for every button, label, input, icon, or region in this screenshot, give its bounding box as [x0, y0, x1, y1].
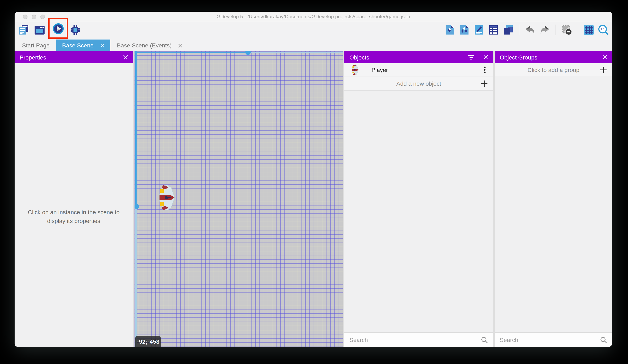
plus-icon[interactable] — [480, 80, 488, 87]
scene-window-icon[interactable] — [34, 24, 45, 36]
window-title: GDevelop 5 - /Users/dkarakay/Documents/G… — [14, 12, 612, 22]
close-properties-button[interactable] — [123, 55, 128, 60]
object-groups-body — [495, 77, 612, 332]
grid-icon[interactable] — [583, 25, 594, 35]
search-icon — [481, 336, 488, 343]
add-new-object-row[interactable]: Add a new object — [344, 77, 493, 91]
properties-header: Properties — [14, 51, 133, 63]
properties-body: Click on an instance in the scene to dis… — [14, 63, 133, 347]
object-groups-title: Object Groups — [500, 54, 538, 61]
panel-divider[interactable] — [343, 51, 344, 347]
filter-objects-icon[interactable] — [468, 55, 474, 60]
scene-toolbar-right: 1:1 — [444, 24, 609, 36]
tab-base-scene[interactable]: Base Scene — [56, 40, 110, 51]
objects-header: Objects — [344, 51, 493, 63]
toolbar-separator — [578, 25, 578, 35]
vertical-scrollbar[interactable] — [135, 51, 137, 206]
zoom-1-1-icon[interactable]: 1:1 — [598, 25, 609, 35]
scene-editor-canvas[interactable]: -92;-453 — [135, 51, 343, 347]
title-bar: GDevelop 5 - /Users/dkarakay/Documents/G… — [14, 12, 612, 22]
layers-icon[interactable] — [503, 25, 513, 35]
svg-text:1:1: 1:1 — [600, 27, 605, 31]
vertical-scrollbar-thumb[interactable] — [135, 204, 139, 209]
object-groups-header: Object Groups — [495, 51, 612, 63]
properties-panel: Properties Click on an instance in the s… — [14, 51, 133, 347]
add-object-icon[interactable] — [444, 25, 455, 35]
horizontal-scrollbar-thumb[interactable] — [245, 51, 251, 55]
toolbar-separator — [519, 25, 519, 35]
close-object-groups-button[interactable] — [603, 55, 607, 60]
project-manager-icon[interactable] — [18, 24, 30, 36]
tab-label: Base Scene (Events) — [117, 42, 171, 49]
object-name: Player — [372, 66, 482, 73]
object-row-player[interactable]: Player — [344, 63, 493, 77]
close-tab-icon[interactable] — [178, 43, 182, 48]
close-objects-button[interactable] — [483, 55, 488, 60]
objects-search-input[interactable] — [344, 337, 481, 343]
object-groups-searchbar — [495, 332, 612, 347]
objects-searchbar — [344, 332, 493, 347]
instances-list-icon[interactable] — [488, 25, 499, 35]
horizontal-scrollbar[interactable] — [135, 52, 248, 53]
object-groups-panel: Object Groups Click to add a group — [495, 51, 612, 347]
window-mask-icon[interactable] — [561, 25, 572, 35]
gdevelop-window: GDevelop 5 - /Users/dkarakay/Documents/G… — [14, 12, 612, 347]
objects-body — [344, 91, 493, 332]
undo-icon[interactable] — [525, 25, 536, 35]
add-group-row[interactable]: Click to add a group — [495, 63, 612, 77]
plus-icon[interactable] — [600, 66, 607, 74]
add-object-group-icon[interactable] — [459, 25, 470, 35]
object-groups-search-input[interactable] — [495, 337, 600, 343]
tab-start-page[interactable]: Start Page — [22, 40, 56, 51]
horizontal-scrollbar[interactable] — [248, 52, 343, 53]
cursor-coordinates-label: -92;-453 — [135, 336, 161, 347]
objects-panel: Objects — [344, 51, 493, 347]
objects-title: Objects — [349, 54, 369, 61]
panel-divider[interactable] — [133, 51, 135, 347]
redo-icon[interactable] — [539, 25, 550, 35]
edit-scene-properties-icon[interactable] — [473, 25, 484, 35]
close-tab-icon[interactable] — [100, 43, 104, 48]
screenshot-stage: GDevelop 5 - /Users/dkarakay/Documents/G… — [0, 0, 628, 364]
play-preview-icon[interactable] — [53, 23, 64, 35]
tab-label: Base Scene — [62, 42, 93, 49]
toolbar-separator — [555, 25, 556, 35]
debug-icon[interactable] — [70, 24, 81, 36]
properties-hint: Click on an instance in the scene to dis… — [25, 208, 122, 225]
editor-tabs: Start Page Base Scene Base Scene (Events… — [14, 40, 612, 51]
player-object-thumbnail — [351, 64, 360, 75]
object-menu-kebab-icon[interactable] — [482, 66, 488, 74]
panel-divider[interactable] — [493, 51, 495, 347]
vertical-scrollbar[interactable] — [135, 206, 137, 347]
tab-label: Start Page — [22, 42, 50, 49]
tab-base-scene-events[interactable]: Base Scene (Events) — [110, 40, 189, 51]
player-instance-sprite[interactable] — [159, 184, 175, 211]
properties-title: Properties — [20, 54, 46, 61]
search-icon — [600, 336, 607, 343]
editor-content: Properties Click on an instance in the s… — [14, 51, 612, 347]
add-group-label: Click to add a group — [527, 66, 579, 73]
add-new-object-label: Add a new object — [396, 80, 441, 87]
